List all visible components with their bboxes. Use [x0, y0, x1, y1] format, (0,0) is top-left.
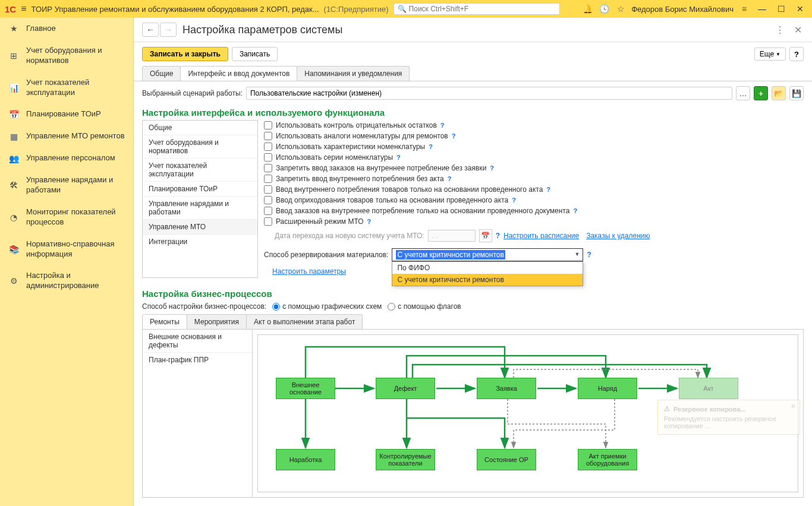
orders-delete-link[interactable]: Заказы к удалению — [586, 232, 650, 240]
minimize-button[interactable]: — — [755, 4, 769, 14]
check-label: Ввод заказов на внутреннее потребление т… — [276, 207, 569, 215]
notification-close-icon[interactable]: ✕ — [791, 403, 796, 410]
bell-icon[interactable]: 🔔 — [581, 3, 593, 15]
node-worktime[interactable]: Наработка — [276, 449, 335, 470]
nav-forward-button[interactable]: → — [160, 23, 177, 37]
node-defect[interactable]: Дефект — [376, 378, 435, 399]
sidebar-item-personnel[interactable]: 👥Управление персоналом — [0, 147, 133, 169]
close-button[interactable]: ✕ — [793, 4, 807, 14]
radio-graphic[interactable] — [272, 303, 280, 311]
scenario-input[interactable] — [246, 87, 732, 100]
sidebar-item-indicators[interactable]: 📊Учет показателей эксплуатации — [0, 72, 133, 104]
menu-dots-icon[interactable]: ⋮ — [774, 24, 786, 36]
settings-nav-planning[interactable]: Планирование ТОиР — [143, 182, 257, 197]
check-consumption-on-act[interactable] — [264, 185, 272, 194]
sidebar-item-equipment[interactable]: ⊞Учет оборудования и нормативов — [0, 40, 133, 72]
date-input[interactable] — [428, 230, 476, 242]
help-icon[interactable]: ? — [367, 218, 372, 225]
check-series[interactable] — [264, 153, 272, 162]
help-icon[interactable]: ? — [546, 186, 550, 193]
dropdown-option-criticality[interactable]: С учетом критичности ремонтов — [392, 274, 583, 286]
app-subtitle: (1С:Предприятие) — [324, 5, 389, 14]
maximize-button[interactable]: ☐ — [774, 4, 788, 14]
backup-notification[interactable]: ✕ ⚠Резервное копирова... Рекомендуется н… — [657, 400, 800, 435]
help-icon[interactable]: ? — [440, 122, 445, 129]
check-analogs[interactable] — [264, 132, 272, 140]
settings-nav-indicators[interactable]: Учет показателей эксплуатации — [143, 159, 257, 182]
sidebar-label: Управление нарядами и работами — [26, 175, 125, 195]
search-input[interactable] — [409, 5, 556, 13]
help-icon[interactable]: ? — [573, 207, 577, 214]
help-button[interactable]: ? — [789, 47, 804, 61]
node-order[interactable]: Наряд — [578, 378, 637, 399]
tab-general[interactable]: Общие — [142, 66, 181, 81]
save-close-button[interactable]: Записать и закрыть — [142, 47, 228, 61]
help-icon[interactable]: ? — [587, 251, 591, 259]
configure-params-link[interactable]: Настроить параметры — [272, 267, 346, 276]
schedule-link[interactable]: Настроить расписание — [503, 232, 579, 240]
close-page-button[interactable]: ✕ — [792, 24, 804, 36]
star-icon[interactable]: ☆ — [615, 3, 627, 15]
help-icon[interactable]: ? — [396, 154, 401, 161]
settings-nav-equipment[interactable]: Учет оборудования и нормативов — [143, 135, 257, 159]
node-external[interactable]: Внешнее основание — [276, 378, 335, 399]
scenario-open-button[interactable]: 📂 — [772, 86, 786, 100]
help-icon[interactable]: ? — [496, 232, 500, 240]
node-acceptance[interactable]: Акт приемки оборудования — [578, 449, 637, 470]
nav-back-button[interactable]: ← — [142, 23, 159, 37]
check-characteristics[interactable] — [264, 143, 272, 151]
settings-nav-general[interactable]: Общие — [143, 121, 257, 135]
settings-nav-mto[interactable]: Управление МТО — [143, 220, 257, 235]
node-act[interactable]: Акт — [679, 378, 738, 399]
check-negative-stock[interactable] — [264, 121, 272, 129]
reserve-select[interactable]: С учетом критичности ремонтов — [392, 248, 583, 261]
help-icon[interactable]: ? — [452, 132, 456, 140]
check-orders-on-doc[interactable] — [264, 207, 272, 215]
help-icon[interactable]: ? — [512, 197, 516, 204]
help-icon[interactable]: ? — [429, 143, 433, 150]
node-controlled[interactable]: Контролируемые показатели — [376, 449, 435, 470]
sidebar-item-mto[interactable]: ▦Управление МТО ремонтов — [0, 125, 133, 147]
sidebar-item-orders[interactable]: 🛠Управление нарядами и работами — [0, 169, 133, 201]
more-button[interactable]: Еще▼ — [754, 48, 786, 61]
scenario-save-button[interactable]: 💾 — [789, 86, 804, 100]
bp-tab-repairs[interactable]: Ремонты — [142, 314, 187, 329]
sidebar-label: Учет оборудования и нормативов — [26, 46, 125, 66]
menu-icon[interactable]: ≡ — [21, 4, 26, 14]
sidebar-item-main[interactable]: ★Главное — [0, 18, 133, 40]
save-button[interactable]: Записать — [232, 47, 278, 61]
filter-icon[interactable]: ≡ — [738, 3, 750, 15]
check-label: Расширенный режим МТО — [276, 217, 364, 226]
check-forbid-orders[interactable] — [264, 164, 272, 172]
node-request[interactable]: Заявка — [477, 378, 536, 399]
check-extended-mto[interactable] — [264, 217, 272, 226]
sidebar-label: Учет показателей эксплуатации — [26, 78, 125, 98]
bp-tab-act[interactable]: Акт о выполнении этапа работ — [246, 314, 363, 329]
bp-sidenav-schedule[interactable]: План-график ППР — [143, 353, 252, 367]
check-forbid-consumption[interactable] — [264, 175, 272, 183]
node-state[interactable]: Состояние ОР — [477, 449, 536, 470]
sidebar-item-admin[interactable]: ⚙Настройка и администрирование — [0, 265, 133, 297]
settings-nav-orders[interactable]: Управление нарядами и работами — [143, 197, 257, 220]
sidebar-item-monitoring[interactable]: ◔Мониторинг показателей процессов — [0, 201, 133, 233]
bp-sidenav-external[interactable]: Внешние основания и дефекты — [143, 330, 252, 353]
sidebar-item-planning[interactable]: 📅Планирование ТОиР — [0, 103, 133, 125]
sidebar-label: Управление персоналом — [26, 153, 125, 163]
help-icon[interactable]: ? — [490, 165, 494, 172]
help-icon[interactable]: ? — [448, 175, 452, 182]
calendar-button[interactable]: 📅 — [479, 229, 492, 242]
settings-nav-integrations[interactable]: Интеграции — [143, 235, 257, 249]
scenario-add-button[interactable]: + — [754, 86, 768, 100]
bp-tab-events[interactable]: Мероприятия — [187, 314, 247, 329]
check-receipt-on-act[interactable] — [264, 196, 272, 204]
tools-icon: 🛠 — [8, 181, 19, 190]
dropdown-option-fifo[interactable]: По ФИФО — [392, 262, 583, 274]
sidebar-item-reference[interactable]: 📚Нормативно-справочная информация — [0, 233, 133, 265]
scenario-browse-button[interactable]: … — [736, 86, 750, 100]
username[interactable]: Федоров Борис Михайлович — [631, 5, 734, 14]
tab-notifications[interactable]: Напоминания и уведомления — [297, 66, 410, 81]
history-icon[interactable]: 🕓 — [598, 3, 610, 15]
tab-interface[interactable]: Интерфейс и ввод документов — [180, 66, 297, 81]
search-box[interactable]: 🔍 — [394, 3, 560, 15]
radio-flags[interactable] — [388, 303, 395, 311]
